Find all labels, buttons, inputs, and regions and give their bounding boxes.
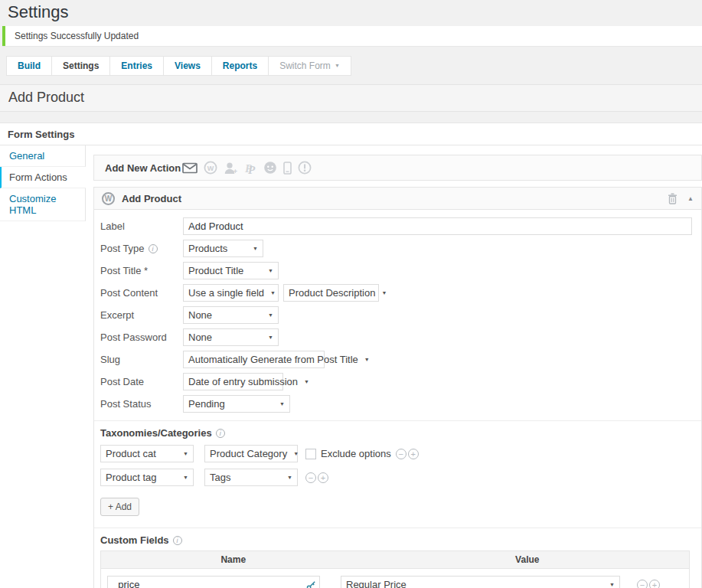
action-label-input[interactable] bbox=[183, 217, 692, 235]
excerpt-label: Excerpt bbox=[100, 306, 183, 321]
custom-field-value-select[interactable]: Regular Price▼ bbox=[341, 576, 620, 588]
add-taxonomy-button[interactable]: + Add bbox=[100, 498, 139, 516]
add-taxonomy-icon[interactable]: + bbox=[408, 449, 419, 459]
sidebar-item-customize-html[interactable]: Customize HTML bbox=[0, 188, 86, 221]
tab-build[interactable]: Build bbox=[6, 56, 52, 76]
post-title-select[interactable]: Product Title▼ bbox=[183, 262, 279, 279]
settings-sidebar: General Form Actions Customize HTML bbox=[0, 145, 86, 588]
action-type-icons: W + PP bbox=[182, 161, 312, 175]
select-caret-icon: ▼ bbox=[381, 290, 387, 296]
post-type-row: Post Typei Products▼ bbox=[100, 240, 695, 257]
select-caret-icon: ▼ bbox=[268, 312, 273, 318]
action-header[interactable]: W Add Product ▲ bbox=[94, 188, 701, 210]
select-caret-icon: ▼ bbox=[293, 451, 299, 456]
action-settings-form: Label Post Typei Products▼ Post Title * … bbox=[94, 210, 701, 588]
info-icon: i bbox=[149, 244, 158, 253]
select-caret-icon: ▼ bbox=[270, 290, 276, 296]
sidebar-item-form-actions[interactable]: Form Actions bbox=[0, 167, 86, 188]
add-new-action-label: Add New Action bbox=[105, 162, 182, 174]
taxonomies-heading: Taxonomies/Categoriesi bbox=[100, 427, 695, 439]
post-type-label: Post Type bbox=[100, 243, 145, 254]
custom-fields-table: Name Value Regular Price▼ bbox=[100, 550, 690, 588]
taxonomy-row: Product cat▼ Product Category▼ Exclude o… bbox=[100, 445, 695, 462]
post-title-label: Post Title * bbox=[100, 262, 183, 276]
wordpress-post-action-icon[interactable]: W bbox=[204, 161, 217, 175]
taxonomy-value-select[interactable]: Tags▼ bbox=[204, 469, 298, 486]
tab-entries[interactable]: Entries bbox=[110, 56, 164, 76]
label-field-label: Label bbox=[100, 217, 183, 232]
remove-taxonomy-icon[interactable]: − bbox=[396, 449, 407, 459]
taxonomy-select[interactable]: Product tag▼ bbox=[100, 469, 194, 486]
add-product-action-panel: W Add Product ▲ Label Post Typei bbox=[93, 187, 702, 588]
custom-field-name-input[interactable] bbox=[107, 576, 320, 588]
remove-custom-field-icon[interactable]: − bbox=[637, 580, 648, 588]
info-icon: i bbox=[216, 429, 225, 438]
slug-row: Slug Automatically Generate from Post Ti… bbox=[100, 351, 695, 368]
select-caret-icon: ▼ bbox=[183, 451, 188, 456]
slug-select[interactable]: Automatically Generate from Post Title▼ bbox=[183, 351, 325, 368]
delete-action-trash-icon[interactable] bbox=[668, 193, 678, 204]
select-caret-icon: ▼ bbox=[268, 335, 273, 340]
svg-text:W: W bbox=[207, 165, 214, 172]
section-divider bbox=[94, 528, 701, 528]
add-taxonomy-icon[interactable]: + bbox=[318, 472, 328, 483]
collapse-action-icon[interactable]: ▲ bbox=[687, 195, 694, 202]
post-password-select[interactable]: None▼ bbox=[183, 328, 279, 346]
field-key-icon[interactable] bbox=[306, 580, 316, 588]
post-status-row: Post Status Pending▼ bbox=[100, 395, 695, 413]
custom-fields-heading: Custom Fieldsi bbox=[100, 534, 695, 546]
page-title: Settings bbox=[0, 0, 702, 26]
email-action-icon[interactable] bbox=[182, 162, 198, 174]
post-type-select[interactable]: Products▼ bbox=[183, 240, 263, 257]
sidebar-item-general[interactable]: General bbox=[0, 145, 86, 167]
select-caret-icon: ▼ bbox=[304, 379, 309, 384]
exclude-options-label: Exclude options bbox=[321, 448, 391, 459]
info-icon: i bbox=[173, 536, 182, 545]
post-password-label: Post Password bbox=[100, 328, 183, 343]
add-custom-field-icon[interactable]: + bbox=[649, 580, 660, 588]
tab-reports[interactable]: Reports bbox=[212, 56, 269, 76]
post-status-label: Post Status bbox=[100, 395, 183, 410]
post-status-select[interactable]: Pending▼ bbox=[183, 395, 290, 413]
switch-form-dropdown[interactable]: Switch Form▼ bbox=[269, 56, 351, 76]
post-date-select[interactable]: Date of entry submission▼ bbox=[183, 373, 283, 390]
label-row: Label bbox=[100, 217, 695, 235]
mailchimp-action-icon[interactable] bbox=[263, 161, 277, 175]
select-caret-icon: ▼ bbox=[183, 475, 188, 480]
select-caret-icon: ▼ bbox=[268, 268, 273, 273]
tab-views[interactable]: Views bbox=[164, 56, 212, 76]
post-password-row: Post Password None▼ bbox=[100, 328, 695, 346]
success-notice-text: Settings Successfully Updated bbox=[15, 31, 139, 41]
add-new-action-bar: Add New Action W + PP bbox=[93, 155, 702, 181]
form-title: Add Product bbox=[0, 84, 702, 112]
column-header-value: Value bbox=[366, 551, 689, 568]
slug-label: Slug bbox=[100, 351, 183, 365]
select-caret-icon: ▼ bbox=[609, 582, 615, 587]
remove-taxonomy-icon[interactable]: − bbox=[305, 472, 316, 483]
register-user-action-icon[interactable]: + bbox=[224, 162, 238, 175]
excerpt-select[interactable]: None▼ bbox=[183, 306, 279, 324]
post-title-row: Post Title * Product Title▼ bbox=[100, 262, 695, 279]
post-content-row: Post Content Use a single field▼ Product… bbox=[100, 284, 695, 302]
sms-phone-action-icon[interactable] bbox=[283, 162, 292, 175]
exclude-options-checkbox[interactable] bbox=[305, 449, 316, 459]
taxonomy-value-select[interactable]: Product Category▼ bbox=[204, 445, 298, 462]
post-date-label: Post Date bbox=[100, 373, 183, 387]
taxonomy-select[interactable]: Product cat▼ bbox=[100, 445, 194, 462]
select-caret-icon: ▼ bbox=[287, 475, 292, 480]
action-title: Add Product bbox=[122, 193, 181, 204]
svg-text:P: P bbox=[248, 163, 256, 175]
wordpress-icon: W bbox=[102, 192, 115, 205]
custom-field-row: Regular Price▼ − + bbox=[101, 569, 689, 588]
select-caret-icon: ▼ bbox=[253, 246, 258, 251]
paypal-action-icon[interactable]: PP bbox=[244, 162, 257, 175]
post-content-mode-select[interactable]: Use a single field▼ bbox=[183, 284, 279, 302]
post-content-field-select[interactable]: Product Description▼ bbox=[283, 284, 379, 302]
svg-text:+: + bbox=[233, 168, 237, 175]
excerpt-row: Excerpt None▼ bbox=[100, 306, 695, 324]
select-caret-icon: ▼ bbox=[279, 401, 285, 407]
notification-action-icon[interactable] bbox=[298, 161, 312, 175]
tab-settings[interactable]: Settings bbox=[52, 56, 110, 76]
form-actions-content: Add New Action W + PP bbox=[86, 145, 702, 588]
section-divider bbox=[94, 420, 701, 421]
